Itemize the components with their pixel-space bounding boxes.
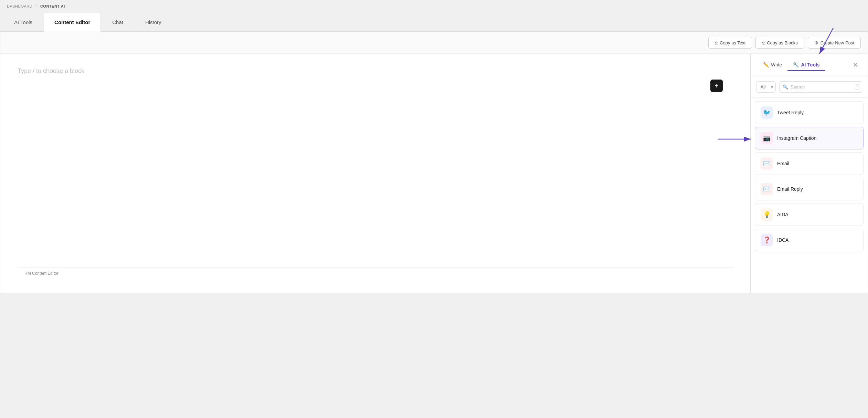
tool-item-email-reply[interactable]: ✉️Email Reply (755, 178, 864, 200)
tool-item-email[interactable]: ✉️Email (755, 152, 864, 175)
editor-area[interactable]: Type / to choose a block + RM Content Ed… (0, 54, 751, 293)
email-reply-label: Email Reply (777, 186, 803, 192)
tool-item-instagram-caption[interactable]: 📷Instagram Caption (755, 127, 864, 149)
aida-icon: 💡 (761, 208, 773, 221)
breadcrumb-current: CONTENT AI (40, 4, 65, 8)
tool-item-tweet-reply[interactable]: 🐦Tweet Reply (755, 101, 864, 124)
tweet-reply-icon: 🐦 (761, 106, 773, 119)
instagram-caption-icon: 📷 (761, 132, 773, 144)
tool-item-aida[interactable]: 💡AIDA (755, 203, 864, 226)
editor-footer: RM Content Editor (18, 267, 733, 279)
filter-select-wrapper: All (756, 81, 776, 93)
tabs-bar: AI Tools Content Editor Chat History (0, 12, 868, 32)
tab-ai-tools[interactable]: AI Tools (3, 13, 43, 32)
close-button[interactable]: ✕ (850, 60, 861, 70)
editor-placeholder: Type / to choose a block (18, 67, 84, 74)
instagram-caption-label: Instagram Caption (777, 135, 816, 141)
tweet-reply-label: Tweet Reply (777, 110, 804, 115)
main-panel: ⎘ Copy as Text ⎘ Copy as Blocks ⊕ Create… (0, 32, 868, 293)
toolbar: ⎘ Copy as Text ⎘ Copy as Blocks ⊕ Create… (0, 32, 868, 54)
add-block-button[interactable]: + (710, 80, 723, 92)
email-icon: ✉️ (761, 157, 773, 170)
search-icon: 🔍 (783, 84, 788, 90)
write-icon: ✏️ (763, 62, 769, 67)
search-slash-hint: / (855, 84, 859, 90)
email-reply-icon: ✉️ (761, 183, 773, 195)
tools-list: 🐦Tweet Reply📷Instagram Caption✉️Email✉️E… (751, 98, 868, 255)
tab-chat[interactable]: Chat (102, 13, 134, 32)
tool-item-idca[interactable]: ❓IDCA (755, 229, 864, 251)
sidebar: ✏️ Write 🔧 AI Tools ✕ All 🔍 (751, 54, 868, 293)
copy-text-button[interactable]: ⎘ Copy as Text (708, 37, 752, 49)
create-post-button[interactable]: ⊕ Create New Post (808, 37, 861, 49)
breadcrumb-separator: / (36, 4, 37, 8)
idca-icon: ❓ (761, 234, 773, 246)
copy-blocks-button[interactable]: ⎘ Copy as Blocks (755, 37, 804, 49)
idca-label: IDCA (777, 237, 788, 243)
email-label: Email (777, 161, 789, 166)
sidebar-header: ✏️ Write 🔧 AI Tools ✕ (751, 54, 868, 76)
breadcrumb-root[interactable]: DASHBOARD (7, 4, 32, 8)
sidebar-tab-write[interactable]: ✏️ Write (758, 59, 787, 71)
create-post-icon: ⊕ (814, 40, 818, 45)
sidebar-tab-ai-tools[interactable]: 🔧 AI Tools (787, 59, 825, 71)
content-area: Type / to choose a block + RM Content Ed… (0, 54, 868, 293)
filter-select[interactable]: All (756, 81, 776, 93)
search-input[interactable] (779, 81, 862, 93)
breadcrumb: DASHBOARD / CONTENT AI (0, 0, 868, 12)
ai-tools-sidebar-icon: 🔧 (793, 62, 799, 67)
tab-content-editor[interactable]: Content Editor (44, 13, 101, 32)
aida-label: AIDA (777, 212, 788, 217)
copy-text-icon: ⎘ (715, 40, 718, 45)
copy-blocks-icon: ⎘ (762, 40, 765, 45)
tab-history[interactable]: History (135, 13, 172, 32)
search-input-wrapper: 🔍 / (779, 81, 862, 93)
sidebar-controls: All 🔍 / (751, 76, 868, 98)
